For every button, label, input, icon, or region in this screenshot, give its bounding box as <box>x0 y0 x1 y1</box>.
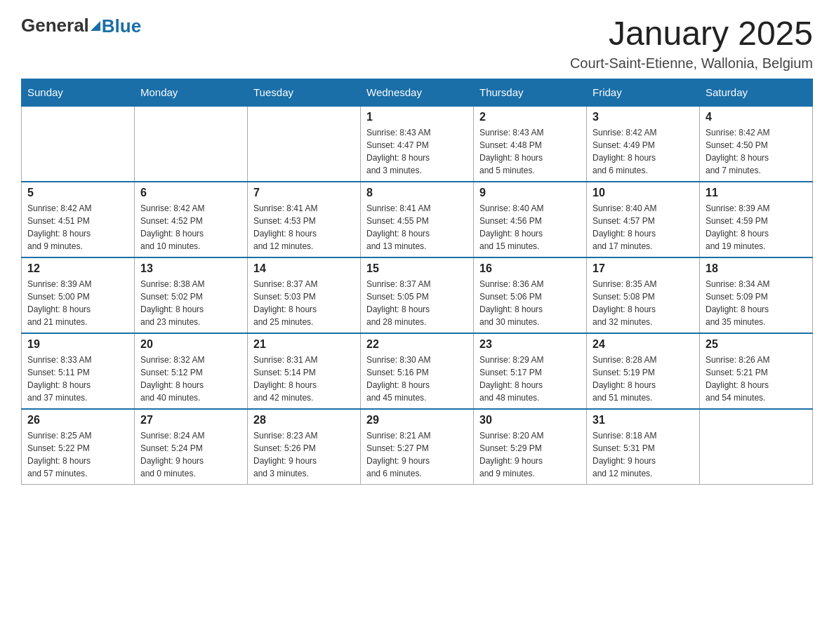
calendar-cell: 19Sunrise: 8:33 AM Sunset: 5:11 PM Dayli… <box>22 333 135 409</box>
day-info: Sunrise: 8:41 AM Sunset: 4:55 PM Dayligh… <box>366 202 468 253</box>
day-number: 2 <box>479 111 581 123</box>
day-number: 27 <box>140 414 241 427</box>
day-number: 22 <box>366 338 468 351</box>
calendar-cell: 9Sunrise: 8:40 AM Sunset: 4:56 PM Daylig… <box>474 182 587 257</box>
day-number: 29 <box>366 414 468 427</box>
calendar-cell: 28Sunrise: 8:23 AM Sunset: 5:26 PM Dayli… <box>248 409 361 485</box>
calendar-week-row: 1Sunrise: 8:43 AM Sunset: 4:47 PM Daylig… <box>22 106 813 182</box>
day-number: 8 <box>366 187 468 199</box>
calendar-cell: 29Sunrise: 8:21 AM Sunset: 5:27 PM Dayli… <box>361 409 474 485</box>
page-header: General Blue January 2025 Court-Saint-Et… <box>21 14 813 72</box>
weekday-header-tuesday: Tuesday <box>248 79 361 107</box>
month-title: January 2025 <box>570 14 813 53</box>
calendar-cell: 22Sunrise: 8:30 AM Sunset: 5:16 PM Dayli… <box>361 333 474 409</box>
day-info: Sunrise: 8:25 AM Sunset: 5:22 PM Dayligh… <box>27 429 128 480</box>
calendar-cell: 13Sunrise: 8:38 AM Sunset: 5:02 PM Dayli… <box>135 257 248 333</box>
day-number: 31 <box>593 414 694 427</box>
day-info: Sunrise: 8:33 AM Sunset: 5:11 PM Dayligh… <box>27 354 128 404</box>
day-info: Sunrise: 8:35 AM Sunset: 5:08 PM Dayligh… <box>593 278 694 328</box>
calendar-cell: 4Sunrise: 8:42 AM Sunset: 4:50 PM Daylig… <box>700 106 813 182</box>
day-info: Sunrise: 8:21 AM Sunset: 5:27 PM Dayligh… <box>366 429 468 480</box>
day-number: 25 <box>706 338 807 351</box>
calendar-cell: 21Sunrise: 8:31 AM Sunset: 5:14 PM Dayli… <box>248 333 361 409</box>
day-number: 1 <box>366 111 468 123</box>
location-title: Court-Saint-Etienne, Wallonia, Belgium <box>570 55 813 72</box>
calendar-cell: 27Sunrise: 8:24 AM Sunset: 5:24 PM Dayli… <box>135 409 248 485</box>
day-info: Sunrise: 8:24 AM Sunset: 5:24 PM Dayligh… <box>140 429 241 480</box>
day-info: Sunrise: 8:40 AM Sunset: 4:57 PM Dayligh… <box>593 202 694 253</box>
day-info: Sunrise: 8:42 AM Sunset: 4:49 PM Dayligh… <box>593 126 694 177</box>
day-number: 11 <box>706 187 807 199</box>
calendar-table: SundayMondayTuesdayWednesdayThursdayFrid… <box>21 79 813 485</box>
day-number: 23 <box>479 338 581 351</box>
calendar-cell: 6Sunrise: 8:42 AM Sunset: 4:52 PM Daylig… <box>135 182 248 257</box>
calendar-cell: 31Sunrise: 8:18 AM Sunset: 5:31 PM Dayli… <box>587 409 700 485</box>
calendar-cell <box>135 106 248 182</box>
day-info: Sunrise: 8:43 AM Sunset: 4:47 PM Dayligh… <box>366 126 468 177</box>
day-number: 7 <box>253 187 355 199</box>
calendar-cell: 11Sunrise: 8:39 AM Sunset: 4:59 PM Dayli… <box>700 182 813 257</box>
day-info: Sunrise: 8:37 AM Sunset: 5:03 PM Dayligh… <box>253 278 355 328</box>
calendar-cell <box>22 106 135 182</box>
day-number: 28 <box>253 414 355 427</box>
day-number: 20 <box>140 338 241 351</box>
day-info: Sunrise: 8:26 AM Sunset: 5:21 PM Dayligh… <box>706 354 807 404</box>
day-info: Sunrise: 8:36 AM Sunset: 5:06 PM Dayligh… <box>479 278 581 328</box>
calendar-cell: 14Sunrise: 8:37 AM Sunset: 5:03 PM Dayli… <box>248 257 361 333</box>
calendar-cell: 25Sunrise: 8:26 AM Sunset: 5:21 PM Dayli… <box>700 333 813 409</box>
weekday-header-wednesday: Wednesday <box>361 79 474 107</box>
calendar-cell: 16Sunrise: 8:36 AM Sunset: 5:06 PM Dayli… <box>474 257 587 333</box>
day-info: Sunrise: 8:42 AM Sunset: 4:50 PM Dayligh… <box>706 126 807 177</box>
day-info: Sunrise: 8:28 AM Sunset: 5:19 PM Dayligh… <box>593 354 694 404</box>
day-number: 18 <box>706 262 807 275</box>
day-number: 13 <box>140 262 241 275</box>
day-info: Sunrise: 8:32 AM Sunset: 5:12 PM Dayligh… <box>140 354 241 404</box>
logo-general: General <box>21 15 89 36</box>
calendar-cell: 17Sunrise: 8:35 AM Sunset: 5:08 PM Dayli… <box>587 257 700 333</box>
day-number: 14 <box>253 262 355 275</box>
day-number: 21 <box>253 338 355 351</box>
calendar-cell: 24Sunrise: 8:28 AM Sunset: 5:19 PM Dayli… <box>587 333 700 409</box>
weekday-header-monday: Monday <box>135 79 248 107</box>
day-number: 16 <box>479 262 581 275</box>
logo-blue: Blue <box>102 15 141 37</box>
calendar-cell: 12Sunrise: 8:39 AM Sunset: 5:00 PM Dayli… <box>22 257 135 333</box>
weekday-header-sunday: Sunday <box>22 79 135 107</box>
day-number: 9 <box>479 187 581 199</box>
day-number: 12 <box>27 262 128 275</box>
day-info: Sunrise: 8:42 AM Sunset: 4:51 PM Dayligh… <box>27 202 128 253</box>
calendar-cell: 20Sunrise: 8:32 AM Sunset: 5:12 PM Dayli… <box>135 333 248 409</box>
weekday-header-thursday: Thursday <box>474 79 587 107</box>
calendar-cell <box>700 409 813 485</box>
title-block: January 2025 Court-Saint-Etienne, Wallon… <box>570 14 813 72</box>
calendar-cell: 7Sunrise: 8:41 AM Sunset: 4:53 PM Daylig… <box>248 182 361 257</box>
calendar-cell: 1Sunrise: 8:43 AM Sunset: 4:47 PM Daylig… <box>361 106 474 182</box>
day-info: Sunrise: 8:20 AM Sunset: 5:29 PM Dayligh… <box>479 429 581 480</box>
calendar-cell: 5Sunrise: 8:42 AM Sunset: 4:51 PM Daylig… <box>22 182 135 257</box>
calendar-cell: 3Sunrise: 8:42 AM Sunset: 4:49 PM Daylig… <box>587 106 700 182</box>
weekday-header-row: SundayMondayTuesdayWednesdayThursdayFrid… <box>22 79 813 107</box>
day-info: Sunrise: 8:31 AM Sunset: 5:14 PM Dayligh… <box>253 354 355 404</box>
calendar-cell: 30Sunrise: 8:20 AM Sunset: 5:29 PM Dayli… <box>474 409 587 485</box>
day-number: 30 <box>479 414 581 427</box>
day-info: Sunrise: 8:37 AM Sunset: 5:05 PM Dayligh… <box>366 278 468 328</box>
calendar-cell: 15Sunrise: 8:37 AM Sunset: 5:05 PM Dayli… <box>361 257 474 333</box>
calendar-cell: 8Sunrise: 8:41 AM Sunset: 4:55 PM Daylig… <box>361 182 474 257</box>
day-number: 10 <box>593 187 694 199</box>
day-number: 6 <box>140 187 241 199</box>
day-number: 3 <box>593 111 694 123</box>
day-info: Sunrise: 8:38 AM Sunset: 5:02 PM Dayligh… <box>140 278 241 328</box>
day-number: 15 <box>366 262 468 275</box>
calendar-week-row: 12Sunrise: 8:39 AM Sunset: 5:00 PM Dayli… <box>22 257 813 333</box>
day-number: 4 <box>706 111 807 123</box>
calendar-cell: 18Sunrise: 8:34 AM Sunset: 5:09 PM Dayli… <box>700 257 813 333</box>
day-number: 5 <box>27 187 128 199</box>
day-info: Sunrise: 8:29 AM Sunset: 5:17 PM Dayligh… <box>479 354 581 404</box>
day-info: Sunrise: 8:18 AM Sunset: 5:31 PM Dayligh… <box>593 429 694 480</box>
calendar-week-row: 19Sunrise: 8:33 AM Sunset: 5:11 PM Dayli… <box>22 333 813 409</box>
logo: General Blue <box>21 14 141 37</box>
calendar-cell: 2Sunrise: 8:43 AM Sunset: 4:48 PM Daylig… <box>474 106 587 182</box>
day-info: Sunrise: 8:42 AM Sunset: 4:52 PM Dayligh… <box>140 202 241 253</box>
calendar-week-row: 26Sunrise: 8:25 AM Sunset: 5:22 PM Dayli… <box>22 409 813 485</box>
calendar-week-row: 5Sunrise: 8:42 AM Sunset: 4:51 PM Daylig… <box>22 182 813 257</box>
